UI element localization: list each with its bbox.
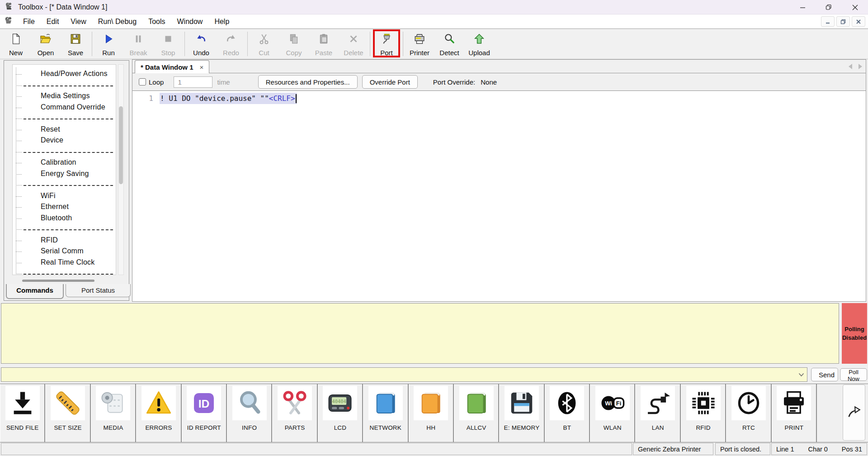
new-button[interactable]: New — [1, 29, 31, 59]
code-editor[interactable]: 1 ! U1 DO "device.pause" "" <CRLF> — [132, 91, 866, 301]
tree-item-rfid[interactable]: RFID — [13, 235, 116, 247]
code-line-1: 1 ! U1 DO "device.pause" "" <CRLF> — [132, 93, 866, 104]
bluetooth-icon — [550, 386, 584, 420]
menu-tools[interactable]: Tools — [142, 14, 171, 29]
errors-button[interactable]: ERRORS — [136, 384, 181, 442]
save-button[interactable]: Save — [61, 29, 90, 59]
undo-button[interactable]: Undo — [186, 29, 216, 59]
status-port: Port is closed. — [715, 443, 770, 455]
mdi-minimize-icon[interactable] — [821, 16, 835, 27]
document-tab-bar: * Data Window 1 × — [132, 60, 866, 73]
paste-button: Paste — [309, 29, 339, 59]
console-output[interactable] — [1, 303, 839, 364]
bt-button[interactable]: BT — [545, 384, 590, 442]
port-button[interactable]: Port — [372, 29, 401, 59]
media-button[interactable]: MEDIA — [91, 384, 136, 442]
tree-item-media-settings[interactable]: Media Settings — [13, 91, 116, 102]
clock-icon — [731, 386, 766, 420]
lcd-button[interactable]: 40404 LCD — [318, 384, 363, 442]
upload-button[interactable]: Upload — [464, 29, 494, 59]
rfid-button[interactable]: RFID — [681, 384, 726, 442]
status-cursor-position: Line 1 Char 0 Pos 31 — [771, 443, 867, 455]
sidebar-horizontal-scrollbar[interactable] — [12, 279, 116, 283]
scrollbar-thumb[interactable] — [119, 106, 123, 184]
network-button[interactable]: NETWORK — [363, 384, 408, 442]
printer-button[interactable]: Printer — [405, 29, 434, 59]
tree-item-ethernet[interactable]: Ethernet — [13, 202, 116, 213]
document-controls: Loop time Resources and Properties... Ov… — [132, 73, 866, 91]
window-title: Toolbox - [* Data Window 1] — [18, 3, 107, 11]
poll-now-button[interactable]: Poll Now — [840, 368, 867, 381]
menu-file[interactable]: File — [17, 14, 41, 29]
send-input[interactable] — [1, 368, 795, 381]
quick-action-bar: SEND FILE SET SIZE MEDIA ERRORS ID ID RE… — [0, 384, 868, 442]
tree-item-head-power[interactable]: Head/Power Actions — [13, 69, 116, 80]
loop-count-input[interactable] — [174, 76, 212, 88]
tree-item-device[interactable]: Device — [13, 135, 116, 147]
override-port-button[interactable]: Override Port — [362, 75, 418, 89]
polling-status-badge: Polling Disabled — [842, 303, 867, 364]
code-crlf-tag: <CRLF> — [269, 94, 295, 103]
menu-bar: File Edit View Run\ Debug Tools Window H… — [0, 14, 868, 29]
mdi-restore-icon[interactable] — [836, 16, 850, 27]
open-button[interactable]: Open — [31, 29, 61, 59]
mdi-close-icon[interactable] — [852, 16, 865, 27]
close-icon[interactable] — [842, 0, 868, 14]
e-memory-button[interactable]: E: MEMORY — [499, 384, 544, 442]
tree-item-real-time-clock[interactable]: Real Time Clock — [13, 257, 116, 269]
run-button[interactable]: Run — [94, 29, 123, 59]
menu-run-debug[interactable]: Run\ Debug — [92, 14, 142, 29]
send-file-button[interactable]: SEND FILE — [0, 384, 45, 442]
flyout-button[interactable] — [843, 385, 865, 441]
tab-data-window-1[interactable]: * Data Window 1 × — [135, 60, 209, 73]
tab-scroll-left-icon[interactable] — [849, 64, 852, 69]
tree-item-reset[interactable]: Reset — [13, 124, 116, 136]
tree-item-serial-comm[interactable]: Serial Comm — [13, 246, 116, 257]
menu-edit[interactable]: Edit — [41, 14, 65, 29]
chevron-down-icon[interactable] — [795, 368, 807, 381]
stop-icon — [162, 33, 174, 47]
id-report-button[interactable]: ID ID REPORT — [182, 384, 227, 442]
tree-item-energy-saving[interactable]: Energy Saving — [13, 169, 116, 180]
send-button[interactable]: Send — [811, 368, 838, 381]
loop-checkbox[interactable] — [139, 78, 146, 86]
scrollbar-thumb[interactable] — [22, 280, 94, 282]
info-button[interactable]: INFO — [227, 384, 272, 442]
tree-item-calibration[interactable]: Calibration — [13, 157, 116, 169]
sidebar-vertical-scrollbar[interactable] — [118, 64, 124, 275]
status-pos: Pos 31 — [842, 446, 862, 453]
tree-item-bluetooth[interactable]: Bluetooth — [13, 213, 116, 224]
tree-separator — [13, 268, 116, 275]
print-button[interactable]: PRINT — [772, 384, 817, 442]
tab-port-status[interactable]: Port Status — [66, 284, 131, 297]
break-pause-icon — [132, 33, 144, 47]
save-floppy-icon — [70, 33, 81, 47]
parts-button[interactable]: PARTS — [272, 384, 317, 442]
menu-view[interactable]: View — [65, 14, 92, 29]
tab-commands[interactable]: Commands — [6, 284, 64, 299]
window-controls — [789, 0, 868, 14]
restore-icon[interactable] — [816, 0, 842, 14]
wlan-button[interactable]: WiFi WLAN — [590, 384, 635, 442]
hh-button[interactable]: HH — [409, 384, 454, 442]
minimize-icon[interactable] — [789, 0, 816, 14]
allcv-button[interactable]: ALLCV — [454, 384, 499, 442]
detect-button[interactable]: Detect — [434, 29, 464, 59]
rtc-button[interactable]: RTC — [726, 384, 771, 442]
sidebar-tabs: Commands Port Status — [4, 284, 131, 301]
resources-properties-button[interactable]: Resources and Properties... — [258, 75, 358, 89]
menu-help[interactable]: Help — [208, 14, 235, 29]
tree-item-wifi[interactable]: WiFi — [13, 191, 116, 202]
lan-button[interactable]: LAN — [635, 384, 680, 442]
tab-scroll-right-icon[interactable] — [859, 64, 862, 69]
line-number: 1 — [132, 94, 153, 103]
toolbar-separator — [184, 32, 185, 56]
tab-close-icon[interactable]: × — [200, 64, 204, 71]
menu-window[interactable]: Window — [171, 14, 209, 29]
set-size-button[interactable]: SET SIZE — [45, 384, 90, 442]
stop-button: Stop — [153, 29, 183, 59]
svg-text:Fi: Fi — [616, 400, 621, 407]
tree-item-command-override[interactable]: Command Override — [13, 102, 116, 114]
orange-book-icon — [414, 386, 448, 420]
wifi-logo-icon: WiFi — [595, 386, 630, 420]
